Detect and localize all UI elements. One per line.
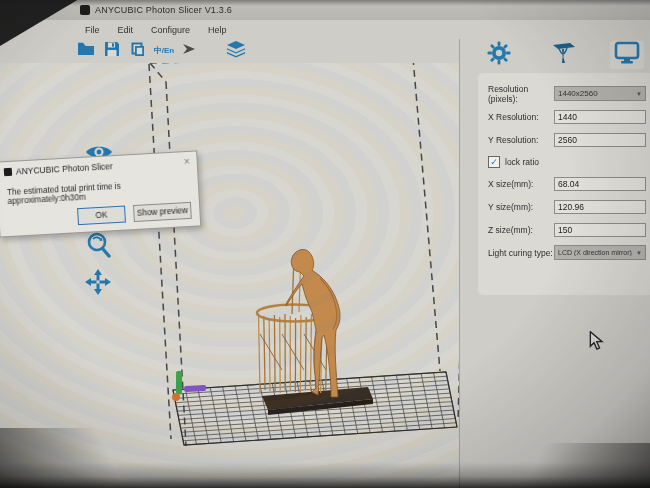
display-settings-card: Resolution (pixels): 1440x2560 ▼ X Resol…	[478, 73, 650, 295]
menu-help[interactable]: Help	[199, 23, 236, 37]
z-size-label: Z size(mm):	[488, 225, 554, 235]
x-resolution-label: X Resolution:	[488, 112, 554, 122]
titlebar: ANYCUBIC Photon Slicer V1.3.6	[0, 0, 650, 20]
language-toggle-icon: 中/En	[154, 47, 174, 55]
light-curing-value: LCD (X direction mirror)	[558, 249, 636, 256]
axis-origin-orange[interactable]	[172, 393, 180, 401]
zoom-rotate-icon	[84, 246, 112, 263]
slice-arrow-icon	[181, 42, 199, 60]
viewport-3d[interactable]	[0, 63, 460, 488]
language-toggle-button[interactable]: 中/En	[154, 41, 174, 61]
window-title: ANYCUBIC Photon Slicer V1.3.6	[95, 5, 232, 15]
layers-view-button[interactable]	[226, 41, 246, 61]
resolution-row: Resolution (pixels): 1440x2560 ▼	[488, 85, 646, 102]
light-curing-dropdown[interactable]: LCD (X direction mirror) ▼	[554, 245, 646, 260]
z-size-row: Z size(mm):	[488, 221, 646, 238]
resolution-label: Resolution (pixels):	[488, 84, 554, 104]
x-size-row: X size(mm):	[488, 175, 646, 192]
menu-configure[interactable]: Configure	[142, 23, 199, 37]
ok-button[interactable]: OK	[77, 206, 126, 226]
show-preview-button[interactable]: Show preview	[133, 202, 192, 222]
axis-x-purple[interactable]	[184, 385, 206, 392]
light-curing-row: Light curing type: LCD (X direction mirr…	[488, 244, 646, 261]
x-size-input[interactable]	[554, 177, 646, 191]
lock-ratio-checkbox[interactable]: ✓	[488, 156, 500, 168]
copy-model-button[interactable]	[128, 41, 148, 61]
settings-panel: Resolution (pixels): 1440x2560 ▼ X Resol…	[459, 39, 650, 488]
dialog-buttons: OK Show preview	[77, 202, 192, 225]
x-resolution-row: X Resolution:	[488, 108, 646, 125]
build-scene	[0, 63, 460, 488]
menubar: File Edit Configure Help	[0, 20, 650, 39]
resolution-dropdown[interactable]: 1440x2560 ▼	[554, 86, 646, 101]
copy-documents-icon	[130, 41, 146, 61]
panel-tabs	[460, 39, 650, 71]
light-curing-label: Light curing type:	[488, 248, 554, 258]
chevron-down-icon: ▼	[636, 250, 642, 256]
dialog-app-icon	[4, 168, 12, 176]
app-icon	[80, 5, 90, 15]
monitor-icon	[614, 41, 640, 69]
menu-file[interactable]: File	[76, 23, 109, 37]
slice-button[interactable]	[180, 41, 200, 61]
x-resolution-input[interactable]	[554, 110, 646, 124]
open-file-button[interactable]	[76, 41, 96, 61]
lock-ratio-row: ✓ lock ratio	[488, 154, 646, 169]
zoom-rotate-button[interactable]	[84, 230, 112, 264]
model-figure[interactable]	[286, 249, 340, 397]
print-time-dialog: ANYCUBIC Photon Slicer × The estimated t…	[0, 150, 201, 237]
save-floppy-icon	[104, 41, 120, 61]
y-resolution-input[interactable]	[554, 133, 646, 147]
y-size-input[interactable]	[554, 200, 646, 214]
save-file-button[interactable]	[102, 41, 122, 61]
open-folder-icon	[77, 41, 95, 61]
move-model-button[interactable]	[84, 268, 112, 300]
chevron-down-icon: ▼	[636, 91, 642, 97]
app-window: ANYCUBIC Photon Slicer V1.3.6 File Edit …	[0, 0, 650, 488]
resolution-value: 1440x2560	[558, 89, 636, 98]
y-resolution-label: Y Resolution:	[488, 135, 554, 145]
menu-edit[interactable]: Edit	[109, 23, 143, 37]
y-size-label: Y size(mm):	[488, 202, 554, 212]
z-size-input[interactable]	[554, 223, 646, 237]
gear-icon	[487, 41, 511, 69]
y-size-row: Y size(mm):	[488, 198, 646, 215]
move-arrows-icon	[84, 282, 112, 299]
tab-display[interactable]	[610, 41, 644, 69]
tab-settings[interactable]	[482, 41, 516, 69]
lock-ratio-label: lock ratio	[505, 157, 539, 167]
print-platform-icon	[550, 41, 576, 69]
x-size-label: X size(mm):	[488, 179, 554, 189]
tab-printer-platform[interactable]	[546, 41, 580, 69]
y-resolution-row: Y Resolution:	[488, 131, 646, 148]
layers-icon	[226, 40, 246, 62]
close-icon[interactable]: ×	[181, 157, 193, 168]
axis-z-green[interactable]	[176, 371, 182, 394]
